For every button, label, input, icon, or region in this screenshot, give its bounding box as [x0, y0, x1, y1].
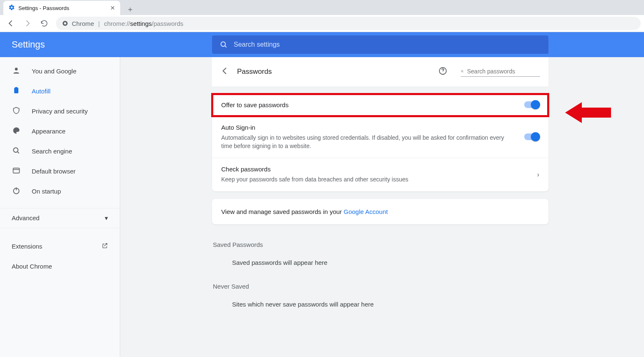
passwords-search[interactable]	[461, 66, 540, 77]
site-info-icon[interactable]: Chrome	[62, 20, 94, 27]
omnibox-divider: |	[98, 20, 100, 27]
svg-rect-5	[15, 87, 18, 88]
browser-tab[interactable]: Settings - Passwords ✕	[3, 1, 120, 15]
sidebar-extensions-label: Extensions	[12, 243, 42, 250]
sidebar-item-search-engine[interactable]: Search engine	[0, 141, 120, 161]
chevron-down-icon: ▾	[105, 214, 108, 222]
palette-icon	[12, 126, 21, 136]
auto-signin-toggle[interactable]	[524, 133, 539, 140]
never-saved-heading: Never Saved	[212, 283, 548, 290]
sidebar-extensions[interactable]: Extensions	[0, 236, 120, 256]
panel-back-button[interactable]	[220, 66, 230, 77]
svg-point-6	[13, 148, 18, 153]
annotation-arrow	[565, 100, 611, 125]
google-account-row: View and manage saved passwords in your …	[212, 199, 548, 224]
sidebar-advanced-label: Advanced	[12, 214, 40, 221]
sidebar-about[interactable]: About Chrome	[0, 256, 120, 277]
person-icon	[12, 66, 21, 76]
svg-point-10	[461, 70, 463, 72]
panel-header: Passwords	[212, 57, 548, 86]
settings-header: Settings	[0, 32, 644, 57]
power-icon	[12, 186, 21, 196]
search-icon	[461, 68, 464, 75]
sidebar-item-you-and-google[interactable]: You and Google	[0, 61, 120, 81]
svg-rect-7	[13, 168, 20, 173]
shield-icon	[12, 106, 21, 116]
sidebar-item-label: You and Google	[32, 68, 76, 75]
browser-toolbar: Chrome | chrome://settings/passwords	[0, 15, 644, 32]
sidebar-about-label: About Chrome	[12, 263, 52, 270]
svg-marker-11	[565, 102, 611, 123]
settings-sidebar: You and Google Autofill Privacy and secu…	[0, 57, 120, 357]
forward-button[interactable]	[20, 16, 35, 31]
back-button[interactable]	[3, 16, 18, 31]
auto-signin-row: Auto Sign-in Automatically sign in to we…	[212, 116, 548, 158]
never-saved-empty: Sites which never save passwords will ap…	[212, 301, 548, 308]
saved-passwords-empty: Saved passwords will appear here	[212, 259, 548, 266]
svg-point-2	[221, 42, 225, 46]
check-passwords-label: Check passwords	[221, 166, 529, 173]
sidebar-item-label: Default browser	[32, 168, 76, 175]
sidebar-item-label: On startup	[32, 188, 61, 195]
auto-signin-label: Auto Sign-in	[221, 124, 516, 131]
sidebar-item-privacy[interactable]: Privacy and security	[0, 101, 120, 121]
settings-title: Settings	[12, 39, 212, 50]
panel-title: Passwords	[237, 68, 431, 76]
sidebar-item-on-startup[interactable]: On startup	[0, 181, 120, 201]
offer-to-save-toggle[interactable]	[524, 101, 539, 108]
help-icon[interactable]	[438, 66, 447, 77]
svg-point-3	[15, 68, 18, 71]
gear-icon	[8, 4, 15, 12]
sidebar-item-default-browser[interactable]: Default browser	[0, 161, 120, 181]
sidebar-advanced[interactable]: Advanced ▾	[0, 208, 120, 228]
google-account-link[interactable]: Google Account	[343, 208, 388, 215]
sidebar-item-autofill[interactable]: Autofill	[0, 81, 120, 101]
auto-signin-sub: Automatically sign in to websites using …	[221, 133, 516, 151]
external-icon	[101, 242, 108, 250]
check-passwords-sub: Keep your passwords safe from data breac…	[221, 175, 529, 184]
svg-rect-4	[14, 88, 18, 93]
browser-icon	[12, 166, 21, 176]
omnibox-url: chrome://settings/passwords	[104, 20, 183, 27]
omnibox-label: Chrome	[72, 20, 94, 27]
tab-strip: Settings - Passwords ✕ ＋	[0, 0, 644, 15]
offer-to-save-row: Offer to save passwords	[212, 94, 548, 116]
svg-point-1	[64, 22, 66, 24]
check-passwords-row[interactable]: Check passwords Keep your passwords safe…	[212, 158, 548, 191]
address-bar[interactable]: Chrome | chrome://settings/passwords	[56, 17, 641, 30]
sidebar-item-appearance[interactable]: Appearance	[0, 121, 120, 141]
new-tab-button[interactable]: ＋	[124, 3, 136, 15]
settings-search-input[interactable]	[234, 41, 541, 48]
settings-search[interactable]	[212, 35, 548, 54]
search-icon	[12, 146, 21, 156]
reload-button[interactable]	[37, 16, 52, 31]
clipboard-icon	[12, 86, 21, 96]
tab-title: Settings - Passwords	[18, 5, 107, 11]
sidebar-item-label: Appearance	[32, 128, 66, 135]
sidebar-item-label: Privacy and security	[32, 108, 88, 115]
saved-passwords-heading: Saved Passwords	[212, 241, 548, 248]
close-icon[interactable]: ✕	[110, 5, 115, 11]
chevron-right-icon: ›	[537, 171, 539, 178]
view-manage-text: View and manage saved passwords in your	[221, 208, 343, 215]
offer-to-save-label: Offer to save passwords	[221, 101, 516, 108]
sidebar-item-label: Search engine	[32, 148, 72, 155]
sidebar-item-label: Autofill	[32, 88, 51, 95]
passwords-search-input[interactable]	[467, 68, 540, 75]
search-icon	[220, 40, 228, 49]
